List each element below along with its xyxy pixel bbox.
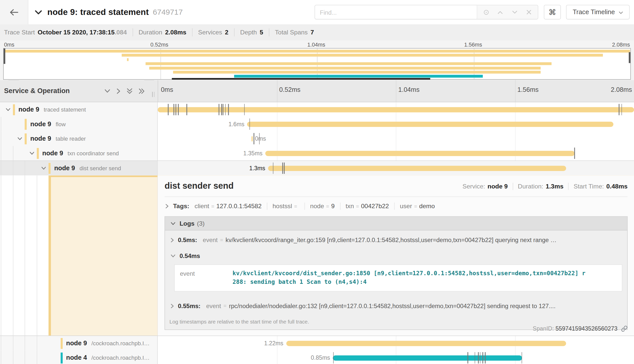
span-duration-label: 1.35ms <box>243 146 263 161</box>
span-bar-cell[interactable]: 0.85ms <box>158 351 634 364</box>
tag-item: txn=00427b22 <box>346 203 389 210</box>
minimap-span-bar <box>234 75 483 78</box>
span-row[interactable]: node 4/cockroach.roachpb.I…0.85ms <box>0 351 634 364</box>
logs-title: Logs <box>180 220 195 227</box>
service-name: node 9 <box>42 149 63 157</box>
log-kv-table: event kv/kvclient/kvcoord/dist_sender.go… <box>174 264 622 291</box>
back-button[interactable] <box>0 0 28 24</box>
find-input[interactable] <box>315 5 477 19</box>
keyboard-shortcuts-button[interactable]: ⌘ <box>544 5 561 19</box>
find-bar <box>314 5 538 19</box>
span-bar-cell[interactable] <box>158 102 634 117</box>
span-name-cell[interactable]: node 4/cockroach.roachpb.I… <box>0 351 158 364</box>
minimap-span-bar <box>149 67 541 69</box>
top-bar: node 9: traced statement 6749717 <box>0 0 634 24</box>
log-value: kv/kvclient/kvcoord/dist_sender.go:1850 … <box>233 265 588 291</box>
trace-view-dropdown[interactable]: Trace Timeline <box>566 5 630 19</box>
span-bar[interactable] <box>247 121 613 127</box>
minimap-focus-range[interactable] <box>172 78 430 79</box>
service-name: node 4 <box>66 354 87 361</box>
log-key: event <box>203 237 218 243</box>
service-name: node 9 <box>30 135 51 142</box>
span-row[interactable]: node 9txn coordinator send1.35ms <box>0 146 634 161</box>
tag-item: hostssl= <box>272 203 299 210</box>
log-entry[interactable]: 0.55ms: event = rpc/nodedialer/nodediale… <box>170 303 622 309</box>
chevron-down-icon <box>619 11 623 14</box>
deep-link-icon[interactable] <box>621 326 628 332</box>
next-result-icon[interactable] <box>509 7 520 17</box>
collapse-all-icon[interactable] <box>139 88 145 94</box>
summary-value: October 15 2020, 17:38:15 <box>38 29 115 36</box>
axis-tick-label: 0ms <box>161 86 173 93</box>
expand-one-level-icon[interactable] <box>104 89 110 93</box>
span-name-cell[interactable]: node 9dist sender send <box>0 161 158 176</box>
span-name-cell[interactable]: node 9traced statement <box>0 102 158 117</box>
clear-search-icon[interactable] <box>523 7 534 17</box>
log-marker-tick <box>485 352 485 363</box>
axis-tick-label: 2.08ms <box>612 42 630 48</box>
collapse-one-level-icon[interactable] <box>116 88 120 94</box>
axis-tick-label: 1.04ms <box>307 42 325 48</box>
span-duration-label: 0.85ms <box>311 351 330 364</box>
span-rows: node 9traced statementnode 9flow1.6msnod… <box>0 102 634 364</box>
minimap-right-scrubber[interactable] <box>629 52 630 63</box>
trace-timeline-page: node 9: traced statement 6749717 <box>0 0 634 364</box>
span-toggle-icon[interactable] <box>29 152 34 155</box>
log-timestamp: 0.5ms: <box>178 237 197 243</box>
span-row[interactable]: node 9table reader0ms <box>0 131 634 146</box>
span-bar-cell[interactable]: 1.22ms <box>158 336 634 351</box>
focus-match-icon[interactable] <box>481 7 492 17</box>
service-color-bar <box>60 352 62 363</box>
span-id-label: SpanID: <box>533 326 554 332</box>
span-bar[interactable] <box>251 136 253 141</box>
span-row[interactable]: node 9dist sender send1.3ms <box>0 161 634 176</box>
minimap-left-scrubber[interactable] <box>4 49 5 64</box>
summary-label: Duration <box>139 29 162 36</box>
command-key-icon: ⌘ <box>548 8 556 17</box>
tags-accordion[interactable]: Tags: client=127.0.0.1:54582 hostssl= no… <box>165 203 628 210</box>
tag-item: user=demo <box>400 203 435 210</box>
logs-header[interactable]: Logs (3) <box>165 217 627 230</box>
log-entry[interactable]: 0.5ms: event = kv/kvclient/kvcoord/range… <box>170 237 622 243</box>
span-bar[interactable] <box>265 151 575 156</box>
log-marker-tick <box>574 147 575 159</box>
span-bar[interactable] <box>286 341 566 346</box>
log-marker-tick <box>259 133 260 144</box>
service-name: node 9 <box>54 165 75 172</box>
minimap-span-bar <box>4 50 630 53</box>
span-bar-cell[interactable]: 0ms <box>158 131 634 146</box>
span-bar[interactable] <box>333 355 522 360</box>
collapse-trace-header-icon[interactable] <box>35 10 42 14</box>
logs-count: (3) <box>197 220 204 227</box>
log-marker-tick <box>273 163 273 174</box>
expand-all-icon[interactable] <box>126 88 133 94</box>
summary-label: Depth <box>240 29 257 36</box>
span-bar[interactable] <box>268 165 566 171</box>
span-bar[interactable] <box>158 107 634 112</box>
axis-tick-label: 0.52ms <box>151 42 168 48</box>
minimap-canvas[interactable] <box>3 48 631 80</box>
span-bar-cell[interactable]: 1.6ms <box>158 117 634 132</box>
log-value: kv/kvclient/kvcoord/range_iter.go:159 [n… <box>226 237 557 243</box>
span-toggle-icon[interactable] <box>41 166 46 170</box>
span-duration-label: 1.6ms <box>228 117 244 132</box>
column-resize-handle[interactable] <box>152 92 155 97</box>
span-name-cell[interactable]: node 9/cockroach.roachpb.I… <box>0 336 158 351</box>
log-marker-tick <box>244 104 245 115</box>
span-name-cell[interactable]: node 9table reader <box>0 131 158 146</box>
span-toggle-icon[interactable] <box>17 137 22 140</box>
span-bar-cell[interactable]: 1.3ms <box>158 161 634 176</box>
tags-label: Tags: <box>173 203 189 210</box>
service-name: node 9 <box>30 120 51 128</box>
summary-value-suffix: .084 <box>115 29 127 36</box>
span-row[interactable]: node 9flow1.6ms <box>0 117 634 132</box>
span-name-cell[interactable]: node 9txn coordinator send <box>0 146 158 161</box>
span-toggle-icon[interactable] <box>6 108 10 111</box>
log-entry-expanded[interactable]: 0.54ms <box>170 252 622 259</box>
span-name-cell[interactable]: node 9flow <box>0 117 158 132</box>
meta-label: Duration: <box>518 183 543 190</box>
prev-result-icon[interactable] <box>495 7 506 17</box>
span-bar-cell[interactable]: 1.35ms <box>158 146 634 161</box>
span-row[interactable]: node 9/cockroach.roachpb.I…1.22ms <box>0 336 634 351</box>
span-row[interactable]: node 9traced statement <box>0 102 634 117</box>
